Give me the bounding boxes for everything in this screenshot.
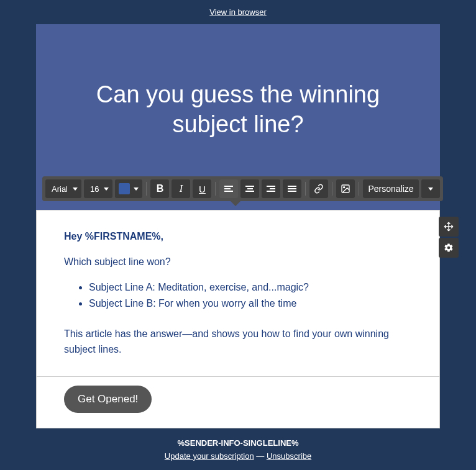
unsubscribe-link[interactable]: Unsubscribe (267, 451, 311, 461)
block-settings-button[interactable] (439, 238, 459, 258)
hero-title: Can you guess the winning subject line? (61, 80, 415, 139)
view-in-browser-link[interactable]: View in browser (209, 7, 267, 17)
font-color-dropdown[interactable] (115, 179, 142, 198)
underline-button[interactable]: U (193, 179, 211, 198)
font-size-value: 16 (90, 184, 99, 194)
italic-button[interactable]: I (172, 179, 190, 198)
align-justify-button[interactable] (283, 179, 301, 198)
svg-point-1 (344, 187, 345, 188)
color-swatch-icon (119, 183, 130, 194)
sender-info: %SENDER-INFO-SINGLELINE% (0, 438, 476, 448)
view-in-browser-bar: View in browser (0, 0, 476, 24)
image-button[interactable] (336, 179, 355, 198)
align-center-button[interactable] (240, 179, 259, 198)
font-family-value: Arial (52, 184, 68, 194)
separator (146, 182, 147, 196)
chevron-down-icon (134, 188, 139, 191)
align-right-icon (267, 186, 275, 192)
align-center-icon (245, 186, 254, 192)
footer-links: Update your subscription — Unsubscribe (0, 451, 476, 461)
email-body-block[interactable]: Hey %FIRSTNAME%, Which subject line won?… (36, 210, 440, 377)
chevron-down-icon (73, 188, 78, 191)
move-block-button[interactable] (439, 217, 459, 237)
align-left-button[interactable] (219, 179, 238, 198)
image-icon (341, 184, 350, 194)
chevron-down-icon (428, 188, 433, 191)
separator (305, 182, 306, 196)
question-text: Which subject line won? (64, 255, 412, 270)
link-button[interactable] (309, 179, 328, 198)
footer-separator: — (254, 451, 267, 461)
font-size-dropdown[interactable]: 16 (84, 179, 112, 198)
toolbar-wrap: Arial 16 B I U (36, 176, 440, 201)
bold-button[interactable]: B (150, 179, 169, 198)
chevron-down-icon (104, 188, 109, 191)
font-family-dropdown[interactable]: Arial (45, 179, 81, 198)
align-justify-icon (288, 186, 296, 192)
more-dropdown-button[interactable] (421, 179, 440, 198)
subject-line-list: Subject Line A: Meditation, exercise, an… (89, 280, 412, 312)
separator (359, 182, 359, 196)
cta-block: Get Opened! (36, 377, 440, 428)
update-subscription-link[interactable]: Update your subscription (165, 451, 254, 461)
separator (215, 182, 216, 196)
greeting-text: Hey %FIRSTNAME%, (64, 229, 412, 245)
personalize-button[interactable]: Personalize (363, 179, 418, 198)
separator (332, 182, 332, 196)
link-icon (314, 184, 324, 194)
hero-block: Can you guess the winning subject line? (36, 24, 440, 176)
list-item: Subject Line B: For when you worry all t… (89, 296, 412, 312)
gear-icon (444, 243, 454, 253)
cta-button[interactable]: Get Opened! (64, 386, 152, 413)
move-icon (444, 222, 454, 232)
email-container: Can you guess the winning subject line? … (36, 24, 440, 428)
email-footer: %SENDER-INFO-SINGLELINE% Update your sub… (0, 428, 476, 470)
closing-text: This article has the answer—and shows yo… (64, 327, 412, 358)
rich-text-toolbar: Arial 16 B I U (42, 176, 443, 201)
align-left-icon (224, 186, 233, 192)
side-controls (439, 217, 459, 258)
list-item: Subject Line A: Meditation, exercise, an… (89, 280, 412, 296)
align-right-button[interactable] (262, 179, 280, 198)
